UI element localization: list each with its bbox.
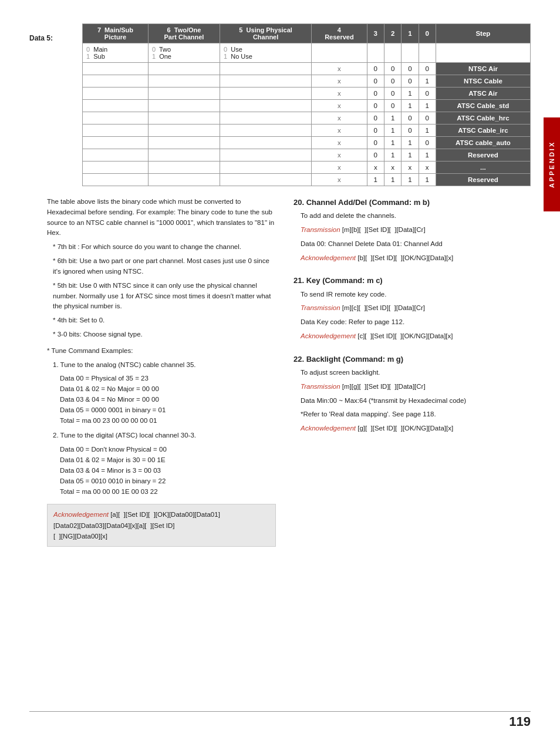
table-row-reserved-2: x bbox=[312, 88, 367, 100]
table-row-col6-9 bbox=[148, 174, 220, 186]
table-row-col5-5 bbox=[220, 124, 311, 137]
table-row-col0-8: x bbox=[419, 161, 436, 174]
table-row-col7-6 bbox=[83, 137, 149, 149]
table-row-col2-9: 1 bbox=[384, 174, 401, 186]
ack-prefix: Acknowledgement bbox=[53, 511, 109, 518]
table-row-col6-6 bbox=[148, 137, 220, 149]
tune2-data05: Data 05 = 0010 0010 in binary = 22 bbox=[60, 476, 276, 487]
page: Data 5: 7 Main/SubPicture 6 Two/OnePart … bbox=[0, 0, 560, 747]
table-row-step-8: ... bbox=[436, 161, 530, 174]
col-3: 3 bbox=[367, 24, 384, 43]
table-row-col1-7: 1 bbox=[402, 149, 419, 161]
table-row-col2-5: 1 bbox=[384, 124, 401, 137]
table-row-col6-7 bbox=[148, 149, 220, 161]
col-1: 1 bbox=[402, 24, 419, 43]
appendix-bar: APPENDIX bbox=[544, 117, 560, 211]
section-20-ack: Acknowledgement [b][ ][Set ID][ ][OK/NG]… bbox=[301, 253, 531, 264]
table-row-col3-2: 0 bbox=[367, 88, 384, 100]
table-row-col3-9: 1 bbox=[367, 174, 384, 186]
section-20: 20. Channel Add/Del (Command: m b) To ad… bbox=[294, 197, 531, 263]
table-row-col1-2: 1 bbox=[402, 88, 419, 100]
table-row-col0-5: 1 bbox=[419, 124, 436, 137]
table-row-reserved-1: x bbox=[312, 75, 367, 88]
section-21-ack-value: [c][ ][Set ID][ ][OK/NG][Data][x] bbox=[357, 332, 453, 339]
tune2-heading: 2. Tune to the digital (ATSC) local chan… bbox=[53, 430, 276, 441]
section-20-transmission: Transmission [m][b][ ][Set ID][ ][Data][… bbox=[301, 225, 531, 235]
table-row-col1-9: 1 bbox=[402, 174, 419, 186]
col-step: Step bbox=[436, 24, 530, 43]
section-20-ack-value: [b][ ][Set ID][ ][OK/NG][Data][x] bbox=[357, 254, 453, 261]
table-row-reserved-5: x bbox=[312, 124, 367, 137]
table-row-col2-4: 1 bbox=[384, 112, 401, 124]
table-row-col2-1: 0 bbox=[384, 75, 401, 88]
data-table-wrapper: 7 Main/SubPicture 6 Two/OnePart Channel … bbox=[82, 23, 531, 186]
tune1-total: Total = ma 00 23 00 00 00 00 01 bbox=[60, 416, 276, 426]
section-21-data-info: Data Key code: Refer to page 112. bbox=[301, 317, 531, 328]
tune2-block: 2. Tune to the digital (ATSC) local chan… bbox=[53, 430, 276, 497]
table-row-col3-6: 0 bbox=[367, 137, 384, 149]
table-row-reserved-7: x bbox=[312, 149, 367, 161]
tune1-data01: Data 01 & 02 = No Major = 00 00 bbox=[60, 384, 276, 395]
table-row-col3-7: 0 bbox=[367, 149, 384, 161]
table-row-col3-5: 0 bbox=[367, 124, 384, 137]
table-row-col3-8: x bbox=[367, 161, 384, 174]
sub-0-empty bbox=[419, 43, 436, 63]
table-row-step-0: NTSC Air bbox=[436, 63, 530, 75]
tune1-block: 1. Tune to the analog (NTSC) cable chann… bbox=[53, 360, 276, 426]
tune2-data00: Data 00 = Don't know Physical = 00 bbox=[60, 445, 276, 455]
table-row-reserved-3: x bbox=[312, 100, 367, 112]
bottom-line bbox=[29, 711, 531, 712]
col-two-one: 6 Two/OnePart Channel bbox=[148, 24, 220, 43]
sub-1-empty bbox=[402, 43, 419, 63]
table-row-col1-0: 0 bbox=[402, 63, 419, 75]
channel-table: 7 Main/SubPicture 6 Two/OnePart Channel … bbox=[82, 23, 531, 186]
section-21-trans-value: [m][c][ ][Set ID][ ][Data][Cr] bbox=[342, 304, 425, 311]
table-row-col2-6: 1 bbox=[384, 137, 401, 149]
col-0: 0 bbox=[419, 24, 436, 43]
table-row-reserved-6: x bbox=[312, 137, 367, 149]
table-row-col3-0: 0 bbox=[367, 63, 384, 75]
table-row-col0-7: 1 bbox=[419, 149, 436, 161]
tune1-data05: Data 05 = 0000 0001 in binary = 01 bbox=[60, 405, 276, 416]
table-row-col7-3 bbox=[83, 100, 149, 112]
table-row-col2-0: 0 bbox=[384, 63, 401, 75]
section-20-trans-label: Transmission bbox=[301, 226, 340, 233]
data5-label: Data 5: bbox=[29, 34, 53, 42]
col-2: 2 bbox=[384, 24, 401, 43]
bullet-4th-bit: 4th bit: Set to 0. bbox=[53, 315, 276, 326]
table-row-step-9: Reserved bbox=[436, 174, 530, 186]
table-row-reserved-0: x bbox=[312, 63, 367, 75]
table-row-step-1: NTSC Cable bbox=[436, 75, 530, 88]
section-21-desc: To send IR remote key code. bbox=[301, 290, 531, 300]
sub-reserved-empty bbox=[312, 43, 367, 63]
table-row-col5-7 bbox=[220, 149, 311, 161]
section-22-data-info1: Data Min:00 ~ Max:64 (*transmit by Hexad… bbox=[301, 396, 531, 406]
two-col-layout: The table above lists the binary code wh… bbox=[47, 197, 531, 547]
table-row-col7-1 bbox=[83, 75, 149, 88]
sub-main: 0 Main1 Sub bbox=[83, 43, 149, 63]
table-row-reserved-8: x bbox=[312, 161, 367, 174]
table-row-step-4: ATSC Cable_hrc bbox=[436, 112, 530, 124]
page-number: 119 bbox=[509, 714, 531, 729]
table-row-col0-6: 0 bbox=[419, 137, 436, 149]
tune2-data01: Data 01 & 02 = Major is 30 = 00 1E bbox=[60, 455, 276, 466]
table-row-col0-9: 1 bbox=[419, 174, 436, 186]
section-22: 22. Backlight (Command: m g) To adjust s… bbox=[294, 354, 531, 434]
section-22-ack-label: Acknowledgement bbox=[301, 425, 356, 432]
col-main-sub: 7 Main/SubPicture bbox=[83, 24, 149, 43]
table-row-col2-2: 0 bbox=[384, 88, 401, 100]
tune-examples: * Tune Command Examples: 1. Tune to the … bbox=[47, 346, 276, 497]
section-21-ack: Acknowledgement [c][ ][Set ID][ ][OK/NG]… bbox=[301, 331, 531, 342]
table-row-step-3: ATSC Cable_std bbox=[436, 100, 530, 112]
tune2-total: Total = ma 00 00 00 1E 00 03 22 bbox=[60, 487, 276, 497]
section-21-trans-label: Transmission bbox=[301, 304, 340, 311]
table-row-col2-7: 1 bbox=[384, 149, 401, 161]
col-physical: 5 Using PhysicalChannel bbox=[220, 24, 311, 43]
table-row-col6-5 bbox=[148, 124, 220, 137]
section-22-trans-value: [m][g][ ][Set ID][ ][Data][Cr] bbox=[342, 383, 426, 390]
sub-two: 0 Two1 One bbox=[148, 43, 220, 63]
intro-text: The table above lists the binary code wh… bbox=[47, 197, 276, 238]
table-row-col5-3 bbox=[220, 100, 311, 112]
bullet-5th-bit: 5th bit: Use 0 with NTSC since it can on… bbox=[53, 281, 276, 312]
left-column: The table above lists the binary code wh… bbox=[47, 197, 276, 547]
